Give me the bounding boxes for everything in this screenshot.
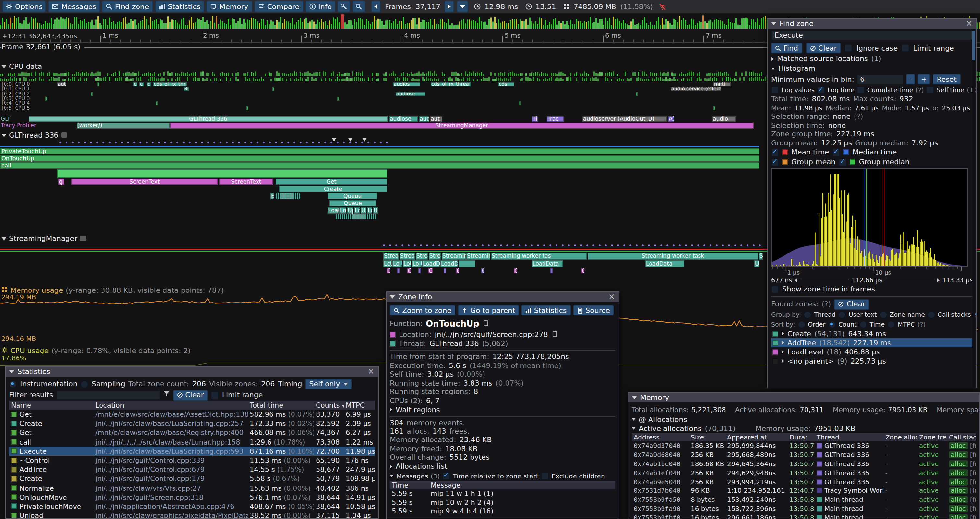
zone[interactable]: mi:tl — [713, 83, 731, 86]
toolbar-button-compare[interactable]: Compare — [254, 1, 303, 12]
zone[interactable]: C — [456, 268, 459, 273]
zone[interactable]: ScreenText — [72, 179, 218, 185]
allocations-row[interactable]: @ Allocations — [632, 415, 976, 424]
table-row[interactable]: Normalizejni/../jni/src/claw/vfs/Vfs.cpp… — [9, 483, 375, 492]
zone[interactable]: Loi — [339, 207, 346, 214]
zone[interactable]: C — [387, 268, 390, 273]
column-header-zone-alloc[interactable]: Zone alloc — [883, 434, 917, 441]
tiny-zone[interactable] — [365, 214, 366, 219]
log-time-checkbox[interactable] — [817, 86, 825, 94]
toolbar-button-zoom-tool[interactable] — [353, 1, 366, 12]
close-icon[interactable]: × — [965, 19, 973, 28]
legend-checkbox[interactable] — [838, 158, 846, 166]
table-row[interactable]: Createjni/../jni/src/claw/base/LuaScript… — [9, 419, 375, 428]
toolbar-button-memory[interactable]: Memory — [206, 1, 252, 12]
tiny-zone[interactable] — [373, 214, 374, 219]
tiny-zone[interactable] — [340, 214, 341, 219]
column-header-message[interactable]: Message — [429, 481, 616, 489]
sampling-radio[interactable] — [81, 380, 89, 388]
cumulate-time-checkbox[interactable] — [857, 86, 865, 94]
tiny-zone[interactable] — [291, 193, 292, 199]
tiny-zone[interactable] — [353, 214, 355, 219]
allocation-row[interactable]: 0x74ab9e5040256 KB293,994,219ns13:50.7GL… — [632, 477, 976, 486]
zone[interactable]: Up — [361, 207, 366, 214]
table-row[interactable]: Get/mnt/e/claw/src/claw/base/Registry.hp… — [9, 428, 375, 437]
zone[interactable] — [550, 268, 553, 273]
group-by-radio-call-stacks[interactable] — [928, 311, 935, 318]
zone[interactable]: Trac — [547, 116, 563, 122]
zone[interactable] — [337, 97, 339, 101]
column-header-total-time[interactable]: Total time — [248, 401, 314, 409]
zone[interactable] — [418, 268, 421, 273]
zone[interactable]: StreamingManager — [170, 123, 754, 129]
zone[interactable]: call — [0, 162, 759, 169]
zone[interactable] — [57, 169, 387, 178]
close-icon[interactable]: × — [608, 293, 616, 301]
zone[interactable]: Lo U — [392, 260, 402, 267]
find-zone-titlebar[interactable]: Find zone× — [768, 19, 976, 29]
frames-prev-button[interactable] — [371, 1, 381, 12]
found-zone-group-row[interactable]: LoadLevel(18)406.88 µs — [771, 347, 973, 356]
zone[interactable]: audiose — [396, 92, 425, 96]
allocation-row[interactable]: 0x74ab1be040186.68 KB294,645,364ns13:50.… — [632, 459, 976, 468]
statistics-table-header[interactable]: NameLocationTotal timeCountsMTPC — [9, 401, 375, 410]
alloc-callstack-button[interactable]: alloc — [949, 460, 968, 467]
alloc-callstack-button[interactable]: alloc — [949, 478, 968, 485]
column-header-time[interactable]: Time — [390, 481, 429, 489]
min-bin-decrement-button[interactable]: - — [906, 74, 915, 85]
sort-by-radio-order[interactable] — [797, 320, 805, 328]
group-by-radio-zone-name[interactable] — [880, 311, 887, 318]
log-values-checkbox[interactable] — [771, 86, 779, 94]
tiny-zone[interactable] — [287, 193, 288, 199]
zone[interactable] — [272, 87, 274, 91]
allocation-row[interactable]: 0x7553b9fa9016 bytes153,722,396ns13:50.8… — [632, 504, 976, 513]
message-row[interactable]: 5.59 smip 9 w 4 h 4 (16) — [390, 507, 616, 516]
zone[interactable]: PrivateTouchUp — [0, 148, 759, 155]
memory-window-titlebar[interactable]: Memory — [628, 393, 979, 402]
table-row[interactable]: OnTouchMovejni/../jni/src/guif/Screen.cp… — [9, 492, 375, 501]
legend-checkbox[interactable] — [771, 149, 779, 156]
allocation-row[interactable]: 0x7553b9fbf016 bytes296,661,186ns13:50.8… — [632, 513, 976, 519]
allocation-row[interactable]: 0x74a9d37040186.35 KB295,999,844ns13:50.… — [632, 441, 976, 450]
tiny-zone[interactable] — [355, 214, 356, 219]
tiny-zone[interactable] — [276, 193, 277, 199]
zoom-to-zone-button[interactable]: Zoom to zone — [390, 305, 455, 316]
zone[interactable] — [45, 97, 47, 101]
memory-usage-header[interactable]: Memory usage (y-range: 30.88 KB, visible… — [1, 286, 224, 294]
frames-down-button[interactable] — [457, 1, 468, 12]
tiny-zone[interactable] — [367, 214, 368, 219]
ignore-case-checkbox[interactable] — [845, 44, 853, 52]
tiny-zone[interactable] — [375, 214, 376, 219]
zone[interactable] — [458, 260, 476, 267]
zone[interactable]: Lo — [367, 207, 372, 214]
statistics-window-titlebar[interactable]: Statistics× — [6, 367, 378, 377]
zone[interactable]: OnTouchUp — [0, 155, 759, 161]
group-by-radio-user-text[interactable] — [838, 311, 846, 318]
go-to-parent-button[interactable]: Go to parent — [458, 305, 519, 316]
zone[interactable]: LoadDaU — [422, 260, 440, 267]
message-row[interactable]: 5.59 smip 11 w 1 h 1 (1) — [390, 489, 616, 498]
zone[interactable]: cds_ol_rx_threa — [431, 83, 471, 86]
zone[interactable]: (worker/) — [76, 123, 170, 129]
allocations-list-row[interactable]: Allocations list — [390, 462, 616, 471]
found-clear-button[interactable]: Clear — [834, 299, 869, 309]
self-time-checkbox[interactable] — [926, 86, 934, 94]
funnel-icon[interactable] — [163, 391, 170, 399]
zone[interactable]: audio — [712, 116, 736, 122]
zone[interactable]: audios — [393, 83, 420, 86]
find-zone-search-input[interactable]: Execute — [771, 30, 973, 40]
column-header-counts[interactable]: Counts — [314, 401, 344, 409]
min-bin-input[interactable]: 6 — [857, 74, 904, 84]
column-header-name[interactable]: Name — [9, 401, 93, 409]
table-row[interactable]: ~Controljni/../jni/src/guif/Control.cpp:… — [9, 456, 375, 465]
tiny-zone[interactable] — [283, 193, 285, 199]
copy-icon[interactable] — [551, 330, 558, 339]
legend-checkbox[interactable] — [832, 149, 840, 156]
alloc-callstack-button[interactable]: alloc — [949, 451, 968, 458]
zone[interactable]: Strea — [416, 252, 428, 260]
zone[interactable]: A) — [668, 116, 674, 122]
zone[interactable]: Strea — [383, 252, 399, 260]
zone[interactable] — [156, 101, 158, 105]
instrumentation-radio[interactable] — [9, 380, 17, 388]
zone[interactable]: E — [270, 193, 274, 199]
